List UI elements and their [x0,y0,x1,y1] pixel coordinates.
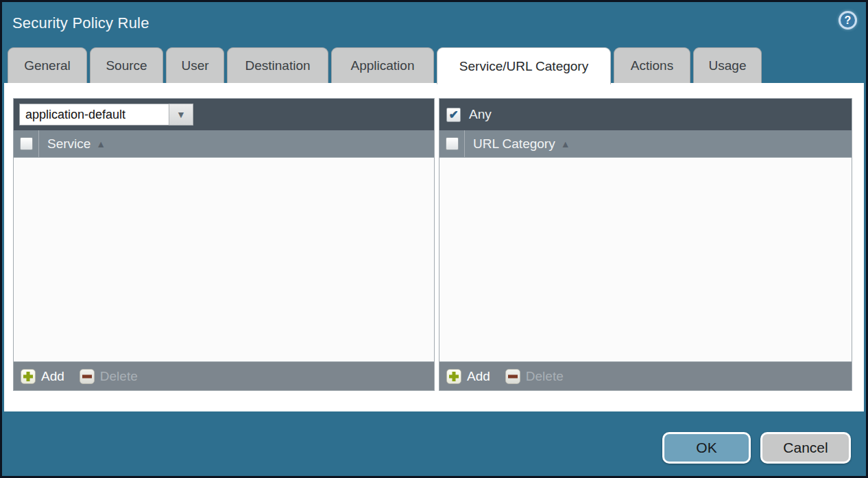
tab-source[interactable]: Source [90,47,163,83]
tab-bar: General Source User Destination Applicat… [8,47,762,84]
tab-user[interactable]: User [166,47,224,83]
service-mode-combo: ▼ [19,104,193,126]
tab-service-url-category[interactable]: Service/URL Category [437,47,611,84]
add-icon [21,369,36,384]
dialog-body: ▼ Service ▲ Add Delete [4,83,864,411]
service-checkbox-cell [14,130,39,157]
url-category-toolbar: ✔ Any [439,99,852,130]
add-button-label: Add [467,369,490,384]
service-column-label[interactable]: Service [47,136,91,152]
service-list [14,158,434,361]
chevron-down-icon: ▼ [176,109,186,120]
service-delete-button[interactable]: Delete [80,369,138,384]
url-category-panel-footer: Add Delete [439,361,852,390]
service-panel: ▼ Service ▲ Add Delete [13,98,435,391]
url-category-add-button[interactable]: Add [446,369,490,384]
sort-asc-icon[interactable]: ▲ [96,139,106,150]
security-policy-rule-dialog: Security Policy Rule ? General Source Us… [0,0,868,478]
any-label: Any [469,107,492,122]
cancel-button[interactable]: Cancel [760,432,851,464]
service-toolbar: ▼ [14,99,434,130]
tab-general[interactable]: General [8,47,87,83]
delete-button-label: Delete [526,369,564,384]
url-category-delete-button[interactable]: Delete [505,369,564,384]
tab-usage[interactable]: Usage [693,47,762,83]
service-column-header: Service ▲ [14,130,434,158]
tab-destination[interactable]: Destination [227,47,328,83]
service-add-button[interactable]: Add [21,369,64,384]
url-category-select-all-checkbox[interactable] [446,137,459,150]
add-button-label: Add [41,369,64,384]
service-panel-footer: Add Delete [14,361,434,390]
page-title: Security Policy Rule [12,14,149,32]
url-category-checkbox-cell [439,130,465,157]
ok-button[interactable]: OK [662,432,751,464]
delete-icon [80,369,95,384]
any-row: ✔ Any [445,107,492,122]
title-bar: Security Policy Rule ? [2,2,866,45]
url-category-panel: ✔ Any URL Category ▲ Add Delete [439,98,852,391]
url-category-column-label[interactable]: URL Category [473,136,555,152]
service-mode-dropdown-button[interactable]: ▼ [169,104,193,126]
tab-application[interactable]: Application [331,47,434,83]
service-select-all-checkbox[interactable] [20,137,33,150]
help-icon[interactable]: ? [839,11,857,29]
delete-button-label: Delete [100,369,138,384]
url-category-column-header: URL Category ▲ [439,130,852,158]
add-icon [446,369,461,384]
service-mode-input[interactable] [19,104,169,126]
tab-actions[interactable]: Actions [614,47,690,83]
url-category-list [439,158,852,361]
delete-icon [505,369,520,384]
any-checkbox[interactable]: ✔ [446,108,461,122]
sort-asc-icon[interactable]: ▲ [561,139,570,150]
